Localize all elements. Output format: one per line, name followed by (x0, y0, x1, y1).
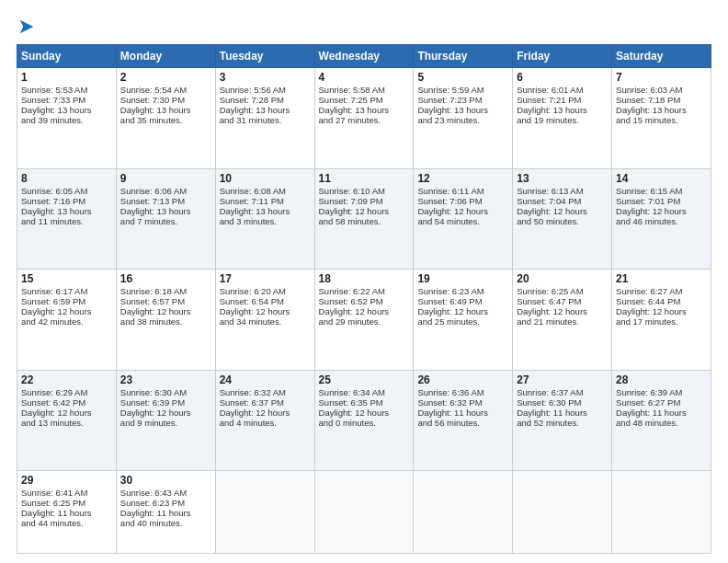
day-number: 8 (21, 172, 112, 185)
cell-text: Sunrise: 6:03 AM (616, 85, 707, 95)
day-number: 5 (417, 71, 508, 84)
cell-text: Daylight: 11 hours (21, 508, 112, 518)
cell-text: Sunset: 7:09 PM (319, 196, 410, 206)
cell-text: and 31 minutes. (220, 115, 311, 125)
cell-text: Sunset: 6:42 PM (21, 397, 112, 408)
cell-text: Daylight: 11 hours (616, 408, 707, 418)
cell-text: Sunset: 6:59 PM (21, 296, 112, 306)
cell-text: Sunrise: 6:43 AM (120, 488, 211, 498)
calendar-cell: 16Sunrise: 6:18 AMSunset: 6:57 PMDayligh… (116, 270, 215, 371)
cell-text: Daylight: 12 hours (517, 306, 608, 316)
day-number: 11 (319, 172, 410, 185)
logo-icon (17, 17, 37, 37)
cell-text: Sunrise: 5:54 AM (120, 85, 211, 95)
cell-text: Sunset: 6:32 PM (417, 397, 508, 408)
cell-text: and 11 minutes. (21, 216, 112, 226)
cell-text: Sunrise: 6:18 AM (120, 286, 211, 296)
cell-text: Sunset: 7:16 PM (21, 196, 112, 206)
cell-text: and 54 minutes. (417, 216, 508, 226)
cell-text: Sunrise: 6:27 AM (616, 286, 707, 296)
cell-text: Sunrise: 6:17 AM (21, 286, 112, 296)
day-number: 7 (616, 71, 707, 84)
calendar-cell: 26Sunrise: 6:36 AMSunset: 6:32 PMDayligh… (414, 370, 513, 471)
calendar-table: SundayMondayTuesdayWednesdayThursdayFrid… (17, 44, 711, 554)
page: SundayMondayTuesdayWednesdayThursdayFrid… (0, 0, 728, 563)
cell-text: Sunset: 7:18 PM (616, 95, 707, 105)
cell-text: Sunrise: 5:59 AM (417, 85, 508, 95)
cell-text: Sunset: 6:35 PM (319, 397, 410, 408)
day-number: 16 (120, 272, 211, 285)
cell-text: and 35 minutes. (120, 115, 211, 125)
cell-text: Sunrise: 6:08 AM (220, 186, 311, 196)
cell-text: Daylight: 12 hours (120, 408, 211, 418)
cell-text: Daylight: 12 hours (220, 306, 311, 316)
cell-text: Daylight: 12 hours (220, 408, 311, 418)
cell-text: Daylight: 12 hours (21, 306, 112, 316)
calendar-cell (612, 471, 711, 554)
cell-text: Sunrise: 6:30 AM (120, 387, 211, 397)
cell-text: Daylight: 11 hours (417, 408, 508, 418)
calendar-cell: 13Sunrise: 6:13 AMSunset: 7:04 PMDayligh… (513, 168, 612, 270)
cell-text: Sunrise: 6:11 AM (417, 186, 508, 196)
cell-text: Sunset: 6:54 PM (220, 296, 311, 306)
day-number: 14 (616, 172, 707, 185)
day-number: 28 (616, 373, 707, 386)
weekday-header: Friday (513, 45, 612, 68)
cell-text: and 15 minutes. (616, 115, 707, 125)
calendar-cell: 15Sunrise: 6:17 AMSunset: 6:59 PMDayligh… (17, 270, 117, 371)
cell-text: and 34 minutes. (220, 316, 311, 327)
calendar-cell: 11Sunrise: 6:10 AMSunset: 7:09 PMDayligh… (314, 168, 414, 270)
cell-text: Sunrise: 5:56 AM (220, 85, 311, 95)
cell-text: Sunset: 7:23 PM (417, 95, 508, 105)
calendar-cell: 4Sunrise: 5:58 AMSunset: 7:25 PMDaylight… (314, 68, 414, 169)
day-number: 4 (319, 71, 410, 84)
calendar-cell: 14Sunrise: 6:15 AMSunset: 7:01 PMDayligh… (612, 168, 711, 270)
day-number: 17 (220, 272, 311, 285)
calendar-cell: 5Sunrise: 5:59 AMSunset: 7:23 PMDaylight… (414, 68, 513, 169)
cell-text: Sunrise: 6:37 AM (517, 387, 608, 397)
cell-text: Sunset: 7:06 PM (417, 196, 508, 206)
svg-marker-0 (20, 20, 34, 34)
cell-text: Sunset: 7:13 PM (120, 196, 211, 206)
cell-text: and 58 minutes. (319, 216, 410, 226)
cell-text: Daylight: 13 hours (220, 206, 311, 216)
cell-text: and 9 minutes. (120, 418, 211, 428)
cell-text: Daylight: 12 hours (417, 306, 508, 316)
cell-text: Daylight: 11 hours (517, 408, 608, 418)
day-number: 9 (120, 172, 211, 185)
cell-text: Daylight: 13 hours (21, 105, 112, 115)
day-number: 25 (319, 373, 410, 386)
calendar-cell: 24Sunrise: 6:32 AMSunset: 6:37 PMDayligh… (215, 370, 314, 471)
cell-text: and 17 minutes. (616, 316, 707, 327)
cell-text: and 7 minutes. (120, 216, 211, 226)
calendar-cell: 29Sunrise: 6:41 AMSunset: 6:25 PMDayligh… (17, 471, 117, 554)
calendar-cell: 3Sunrise: 5:56 AMSunset: 7:28 PMDaylight… (215, 68, 314, 169)
cell-text: Daylight: 13 hours (120, 105, 211, 115)
cell-text: and 4 minutes. (220, 418, 311, 428)
cell-text: Sunset: 6:23 PM (120, 498, 211, 508)
cell-text: and 0 minutes. (319, 418, 410, 428)
logo (17, 17, 40, 37)
cell-text: Sunrise: 6:36 AM (417, 387, 508, 397)
calendar-cell: 12Sunrise: 6:11 AMSunset: 7:06 PMDayligh… (414, 168, 513, 270)
weekday-header: Monday (116, 45, 215, 68)
cell-text: Sunrise: 6:25 AM (517, 286, 608, 296)
calendar-cell: 2Sunrise: 5:54 AMSunset: 7:30 PMDaylight… (116, 68, 215, 169)
cell-text: Sunrise: 6:23 AM (417, 286, 508, 296)
cell-text: Daylight: 13 hours (417, 105, 508, 115)
calendar-cell (414, 471, 513, 554)
cell-text: Daylight: 12 hours (319, 306, 410, 316)
cell-text: Sunset: 6:39 PM (120, 397, 211, 408)
cell-text: Sunset: 7:04 PM (517, 196, 608, 206)
cell-text: Daylight: 12 hours (616, 306, 707, 316)
cell-text: Sunset: 7:01 PM (616, 196, 707, 206)
cell-text: and 44 minutes. (21, 518, 112, 528)
cell-text: Daylight: 13 hours (517, 105, 608, 115)
cell-text: Sunset: 6:52 PM (319, 296, 410, 306)
cell-text: Sunset: 6:47 PM (517, 296, 608, 306)
day-number: 19 (417, 272, 508, 285)
cell-text: Sunrise: 6:29 AM (21, 387, 112, 397)
cell-text: and 19 minutes. (517, 115, 608, 125)
cell-text: and 48 minutes. (616, 418, 707, 428)
cell-text: Daylight: 11 hours (120, 508, 211, 518)
